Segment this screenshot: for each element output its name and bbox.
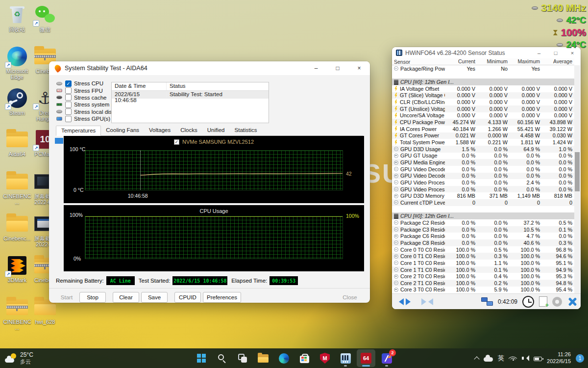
tab-temperatures[interactable]: Temperatures xyxy=(56,126,101,136)
legend-checkbox[interactable]: ✓ xyxy=(174,139,179,145)
onedrive-icon[interactable] xyxy=(484,357,493,362)
sensor-row[interactable]: Core 0 T1 C0 Residen...100.0 %0.3 %100.0… xyxy=(392,253,574,260)
sensor-row[interactable]: GPU GT Usage0.0 %0.0 %0.0 %0.0 % xyxy=(392,153,574,159)
sensor-row[interactable]: GPU D3D Memory Dy...816 MB371 MB1,149 MB… xyxy=(392,192,574,199)
taskbar-aida64-button[interactable]: 64 xyxy=(357,349,375,367)
sensor-row[interactable]: GT Cores Power0.021 W0.000 W4.458 W0.030… xyxy=(392,132,574,139)
sensor-row[interactable]: GPU Video Processin...0.0 %0.0 %0.0 %0.0… xyxy=(392,186,574,193)
settings-gear-icon[interactable] xyxy=(552,297,562,307)
tab-cooling-fans[interactable]: Cooling Fans xyxy=(101,126,144,135)
sensor-row[interactable]: Core 1 T0 C0 Residen...100.0 %1.1 %100.0… xyxy=(392,260,574,266)
report-icon[interactable] xyxy=(539,296,547,307)
sensor-row[interactable]: Core 2 T0 C0 Residen...100.0 %0.4 %100.0… xyxy=(392,273,574,280)
collapse-arrows-button[interactable] xyxy=(418,297,436,306)
stress-checkbox[interactable] xyxy=(65,108,72,115)
sensor-row[interactable]: Core 1 T1 C0 Residen...100.0 %0.1 %100.0… xyxy=(392,266,574,273)
scrollbar[interactable] xyxy=(574,65,580,293)
sensor-row[interactable]: Core 2 T1 C0 Residen...100.0 %0.2 %100.0… xyxy=(392,280,574,287)
log-column-status[interactable]: Status xyxy=(167,82,189,90)
tab-clocks[interactable]: Clocks xyxy=(175,126,202,135)
remote-monitoring-icon[interactable] xyxy=(481,297,493,307)
desktop-icon-steam[interactable]: ↗Steam xyxy=(3,87,31,116)
sensor-row[interactable]: CPU Package Power45.274 W4.133 W60.156 W… xyxy=(392,119,574,126)
sensor-row[interactable]: GT (Unslice) Voltage ...0.000 V0.000 V0.… xyxy=(392,105,574,112)
sensor-row[interactable]: Package C6 Residency0.0 %0.0 %4.7 %0.0 % xyxy=(392,233,574,239)
desktop-icon-wechat[interactable]: ↗微信 xyxy=(31,4,59,32)
close-button[interactable]: Close xyxy=(337,292,363,303)
sensor-row[interactable]: Package/Ring Power ...YesNoYes xyxy=(392,65,574,72)
stress-checkbox[interactable] xyxy=(65,87,72,94)
sensor-row[interactable]: Uncore/SA Voltage O...0.000 V0.000 V0.00… xyxy=(392,112,574,119)
taskbar-search-button[interactable] xyxy=(213,349,231,367)
desktop-icon-folder[interactable]: CINEBENC... xyxy=(3,171,31,206)
stress-checkbox[interactable] xyxy=(65,116,72,122)
sensor-row[interactable]: Package C2 Residency0.0 %0.0 %37.2 %0.5 … xyxy=(392,219,574,226)
column-header[interactable]: Current xyxy=(445,58,477,65)
sensor-row[interactable]: Package C3 Residency0.0 %0.0 %10.5 %0.1 … xyxy=(392,226,574,233)
speaker-icon[interactable] xyxy=(522,355,529,361)
sensor-group-header[interactable]: CPU [#0]: 12th Gen I... xyxy=(392,212,574,219)
stop-button[interactable]: Stop xyxy=(79,292,106,303)
desktop-icon-3dmark[interactable]: ↗3DMark xyxy=(3,255,31,283)
stress-checkbox[interactable]: ✓ xyxy=(65,80,72,87)
column-header[interactable]: Sensor xyxy=(392,58,445,65)
clear-button[interactable]: Clear xyxy=(113,292,139,303)
taskbar-start-button[interactable] xyxy=(192,349,211,367)
column-header[interactable]: Minimum xyxy=(477,58,510,65)
sensor-row[interactable]: GT (Slice) Voltage Of...0.000 V0.000 V0.… xyxy=(392,92,574,99)
taskbar-file-explorer-button[interactable] xyxy=(254,349,272,367)
sensor-row[interactable]: GPU D3D Usage1.5 %0.0 %64.9 %1.0 % xyxy=(392,146,574,153)
clock-datetime[interactable]: 11:26 2022/6/15 xyxy=(547,351,571,365)
minimize-button[interactable]: – xyxy=(305,61,327,75)
taskbar-monitor-app-button[interactable]: 2 xyxy=(377,349,396,367)
aida64-titlebar[interactable]: System Stability Test - AIDA64 – □ × xyxy=(49,61,370,75)
close-button[interactable]: × xyxy=(348,61,370,75)
close-sensors-icon[interactable] xyxy=(567,297,577,307)
stress-checkbox[interactable] xyxy=(65,102,72,108)
taskbar-edge-button[interactable] xyxy=(274,349,293,367)
cpuid-button[interactable]: CPUID xyxy=(174,292,201,303)
log-row[interactable]: 2022/6/15 10:46:58 Stability Test: Start… xyxy=(112,91,269,99)
wifi-icon[interactable] xyxy=(509,355,517,361)
save-button[interactable]: Save xyxy=(141,292,168,303)
desktop-icon-folder[interactable]: Cinebenc... xyxy=(3,213,31,241)
stress-checkbox[interactable] xyxy=(65,94,72,101)
log-column-datetime[interactable]: Date & Time xyxy=(112,82,167,90)
tab-voltages[interactable]: Voltages xyxy=(144,126,175,135)
sensor-row[interactable]: CLR (CBo/LLC/Ring) ...0.000 V0.000 V0.00… xyxy=(392,99,574,105)
tab-unified[interactable]: Unified xyxy=(202,126,230,135)
sensor-row[interactable]: GPU Video Decode 1 ...0.0 %0.0 %0.0 %0.0… xyxy=(392,173,574,180)
taskbar-hwinfo-button[interactable] xyxy=(336,349,355,367)
sensor-group-header[interactable]: CPU [#0]: 12th Gen I... xyxy=(392,79,574,85)
maximize-button[interactable]: □ xyxy=(327,61,348,75)
desktop-icon-zipfolder[interactable]: CINEBENC... xyxy=(3,296,31,331)
ime-indicator[interactable]: 英 xyxy=(498,354,504,363)
clock-icon[interactable] xyxy=(522,296,534,308)
navigate-arrows-button[interactable] xyxy=(396,297,414,306)
sensor-row[interactable]: Core 3 T0 C0 Residen...100.0 %5.9 %100.0… xyxy=(392,287,574,293)
desktop-icon-edge[interactable]: ↗Microsoft Edge xyxy=(3,46,31,80)
column-header[interactable]: Maximum xyxy=(510,58,542,65)
taskbar-microsoft-store-button[interactable] xyxy=(295,349,314,367)
sensor-row[interactable]: GPU Video Decode 0 ...0.0 %0.0 %0.0 %0.0… xyxy=(392,166,574,173)
sensor-row[interactable]: Total System Power1.588 W0.221 W1.811 W1… xyxy=(392,139,574,146)
tab-statistics[interactable]: Statistics xyxy=(230,126,262,135)
taskbar-task-view-button[interactable] xyxy=(233,349,252,367)
sensor-row[interactable]: Package C8 Residency0.0 %0.0 %40.6 %0.3 … xyxy=(392,239,574,246)
tray-chevron-icon[interactable] xyxy=(474,356,479,362)
sensor-row[interactable]: Current cTDP Level0000 xyxy=(392,199,574,206)
sensor-row[interactable]: GPU Media Engine Us...0.0 %0.0 %0.0 %0.0… xyxy=(392,159,574,166)
notification-badge[interactable]: 1 xyxy=(576,354,584,363)
sensor-row[interactable]: IA Voltage Offset0.000 V0.000 V0.000 V0.… xyxy=(392,85,574,92)
taskbar-mcafee-button[interactable]: M xyxy=(316,349,334,367)
desktop-icon-folder[interactable]: Aida64 xyxy=(3,129,31,157)
scrollbar-thumb[interactable] xyxy=(575,152,580,191)
column-header[interactable]: Average xyxy=(542,58,574,65)
sensor-row[interactable]: IA Cores Power40.184 W1.266 W55.421 W39.… xyxy=(392,126,574,132)
preferences-button[interactable]: Preferences xyxy=(203,292,241,303)
battery-icon[interactable] xyxy=(534,357,542,361)
desktop-icon-recycle[interactable]: ♻回收站 xyxy=(3,4,31,32)
sensor-row[interactable]: GPU Video Processin...0.0 %0.0 %2.4 %0.0… xyxy=(392,179,574,186)
weather-widget[interactable]: 25°C 多云 xyxy=(5,352,33,365)
start-button[interactable]: Start xyxy=(56,292,77,303)
